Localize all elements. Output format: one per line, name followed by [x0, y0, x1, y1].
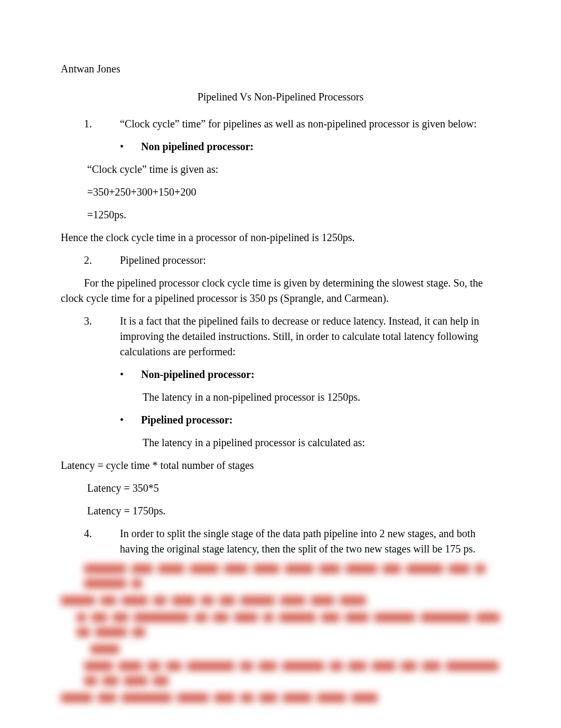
document-title: Pipelined Vs Non-Pipelined Processors	[61, 89, 500, 105]
list-text: It is a fact that the pipelined fails to…	[120, 314, 500, 360]
list-text: In order to split the single stage of th…	[120, 526, 500, 557]
list-item-1: 1. “Clock cycle” time” for pipelines as …	[61, 116, 500, 132]
body-text: Latency = 350*5	[61, 481, 500, 496]
bullet-item: • Non-pipelined processor:	[61, 367, 500, 382]
body-text: The latency in a non-pipelined processor…	[61, 390, 500, 405]
body-text: Latency = 1750ps.	[61, 503, 500, 519]
document-page: Antwan Jones Pipelined Vs Non-Pipelined …	[0, 0, 561, 728]
bullet-item: • Pipelined processor:	[61, 412, 500, 428]
list-item-3: 3. It is a fact that the pipelined fails…	[61, 314, 500, 360]
body-text: “Clock cycle” time is given as:	[61, 162, 500, 177]
list-item-2: 2. Pipelined processor:	[61, 253, 500, 268]
list-number: 1.	[61, 116, 120, 132]
body-text: Latency = cycle time * total number of s…	[61, 458, 500, 473]
list-text: “Clock cycle” time” for pipelines as wel…	[120, 116, 500, 132]
bullet-label: Non pipelined processor:	[141, 139, 500, 154]
list-number: 2.	[61, 253, 120, 268]
bullet-icon: •	[120, 367, 141, 382]
bullet-label: Non-pipelined processor:	[141, 367, 500, 382]
bullet-label: Pipelined processor:	[141, 412, 500, 428]
list-number: 3.	[61, 314, 120, 360]
bullet-icon: •	[120, 139, 141, 154]
body-text: The latency in a pipelined processor is …	[61, 435, 500, 450]
list-number: 4.	[61, 526, 120, 557]
list-item-4: 4. In order to split the single stage of…	[61, 526, 500, 557]
body-text: =350+250+300+150+200	[61, 185, 500, 200]
bullet-item: • Non pipelined processor:	[61, 139, 500, 154]
body-text: =1250ps.	[61, 207, 500, 223]
blurred-content	[61, 564, 500, 703]
list-text: Pipelined processor:	[120, 253, 500, 268]
body-text: Hence the clock cycle time in a processo…	[61, 230, 500, 245]
bullet-icon: •	[120, 412, 141, 428]
body-text: For the pipelined processor clock cycle …	[61, 275, 500, 306]
author-name: Antwan Jones	[61, 61, 500, 77]
